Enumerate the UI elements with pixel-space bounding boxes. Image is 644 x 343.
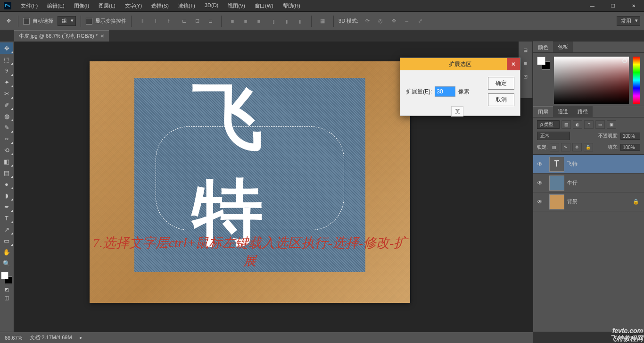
3d-pan-icon[interactable]: ✥ (388, 16, 400, 27)
lock-pos-icon[interactable]: ✥ (572, 143, 582, 151)
close-button[interactable]: ✕ (623, 0, 644, 12)
dodge-tool[interactable]: ◗ (0, 190, 13, 201)
zoom-level[interactable]: 66.67% (5, 335, 22, 341)
panel-fg-color[interactable] (537, 57, 545, 65)
panel-icon-1[interactable]: ⊟ (521, 45, 530, 55)
screen-mode-tool[interactable]: ◫ (0, 293, 13, 302)
hue-slider[interactable] (633, 57, 640, 104)
workspace-preset[interactable]: 常用 (617, 16, 640, 26)
menu-3d[interactable]: 3D(D) (200, 0, 223, 11)
menu-edit[interactable]: 编辑(E) (42, 0, 69, 11)
dist-bottom-icon[interactable]: ≡ (253, 16, 265, 27)
color-cursor[interactable] (622, 59, 627, 63)
layer-name[interactable]: 牛仔 (567, 179, 578, 186)
heal-tool[interactable]: ◍ (0, 110, 13, 122)
auto-select-target[interactable]: 组 (58, 16, 76, 26)
path-select-tool[interactable]: ↗ (0, 224, 13, 235)
align-vcenter-icon[interactable]: ⫲ (149, 16, 162, 27)
menu-layer[interactable]: 图层(L) (94, 0, 120, 11)
menu-type[interactable]: 文字(Y) (120, 0, 147, 11)
align-top-icon[interactable]: ⫴ (136, 16, 149, 27)
align-center-icon[interactable]: ⊡ (191, 16, 203, 27)
hand-tool[interactable]: ✋ (0, 246, 13, 258)
wand-tool[interactable]: ✦ (0, 76, 13, 88)
dialog-title-bar[interactable]: 扩展选区 ✕ (400, 58, 520, 70)
history-brush-tool[interactable]: ⟲ (0, 144, 13, 156)
tab-paths[interactable]: 路径 (573, 106, 593, 117)
align-bottom-icon[interactable]: ⫳ (163, 16, 175, 27)
show-controls-checkbox[interactable] (86, 18, 92, 25)
marquee-tool[interactable]: ⬚ (0, 54, 13, 65)
gradient-tool[interactable]: ▤ (0, 167, 13, 178)
align-right-icon[interactable]: ⊐ (204, 16, 216, 27)
ok-button[interactable]: 确定 (488, 77, 514, 90)
collapsed-panel-dock[interactable]: ⊟ ≡ ⊡ (519, 42, 533, 98)
3d-slide-icon[interactable]: ↔ (401, 16, 413, 27)
tab-color[interactable]: 颜色 (533, 42, 553, 52)
dist-right-icon[interactable]: ⫿ (294, 16, 306, 27)
color-swatches[interactable] (0, 272, 13, 285)
auto-align-icon[interactable]: ▦ (316, 16, 329, 27)
layer-row[interactable]: 👁 T 飞特 (533, 155, 644, 174)
document-tab[interactable]: 牛皮.jpg @ 66.7% (飞特, RGB/8) * ✕ (14, 30, 109, 42)
opacity-value[interactable]: 100% (620, 133, 640, 140)
visibility-toggle[interactable]: 👁 (533, 161, 546, 167)
3d-zoom-icon[interactable]: ⤢ (414, 16, 426, 27)
filter-shape-icon[interactable]: ▭ (595, 120, 605, 129)
dist-hcenter-icon[interactable]: ⫿ (281, 16, 293, 27)
lock-pixel-icon[interactable]: ✎ (561, 143, 570, 151)
text-tool[interactable]: T (0, 212, 13, 224)
panel-icon-2[interactable]: ≡ (521, 59, 530, 68)
zoom-tool[interactable]: 🔍 (0, 258, 13, 269)
eraser-tool[interactable]: ◧ (0, 156, 13, 167)
minimize-button[interactable]: — (582, 0, 603, 12)
fill-value[interactable]: 100% (620, 144, 640, 151)
menu-filter[interactable]: 滤镜(T) (173, 0, 200, 11)
menu-view[interactable]: 视图(V) (223, 0, 250, 11)
blend-mode-select[interactable]: 正常 (537, 132, 570, 140)
visibility-toggle[interactable]: 👁 (533, 199, 546, 205)
panel-color-swatches[interactable] (537, 57, 550, 70)
align-left-icon[interactable]: ⊏ (178, 16, 190, 27)
filter-adjust-icon[interactable]: ◐ (573, 120, 582, 129)
crop-tool[interactable]: ✂ (0, 88, 13, 99)
expand-amount-input[interactable] (435, 86, 455, 97)
menu-window[interactable]: 窗口(W) (250, 0, 278, 11)
3d-roll-icon[interactable]: ◎ (374, 16, 387, 27)
menu-image[interactable]: 图像(I) (69, 0, 94, 11)
visibility-toggle[interactable]: 👁 (533, 180, 546, 186)
color-field[interactable] (554, 57, 629, 104)
tab-layers[interactable]: 图层 (533, 106, 553, 117)
brush-tool[interactable]: ✎ (0, 122, 13, 133)
eyedropper-tool[interactable]: ✐ (0, 99, 13, 110)
clone-tool[interactable]: ⎃ (0, 133, 13, 144)
tab-swatches[interactable]: 色板 (553, 42, 573, 52)
doc-size[interactable]: 文档:2.17M/4.69M (30, 334, 72, 341)
dist-left-icon[interactable]: ⫿ (268, 16, 280, 27)
layer-name[interactable]: 飞特 (567, 160, 578, 167)
restore-button[interactable]: ❐ (603, 0, 623, 12)
foreground-color[interactable] (1, 272, 8, 279)
shape-tool[interactable]: ▭ (0, 235, 13, 246)
filter-pixel-icon[interactable]: ▧ (561, 120, 571, 129)
tab-close-icon[interactable]: ✕ (100, 33, 104, 39)
filter-text-icon[interactable]: T (584, 120, 594, 129)
dist-vcenter-icon[interactable]: ≡ (239, 16, 252, 27)
layer-name[interactable]: 背景 (567, 198, 578, 205)
tab-channels[interactable]: 通道 (553, 106, 573, 117)
status-caret[interactable]: ▸ (80, 335, 83, 341)
layer-thumb-text[interactable]: T (549, 157, 564, 172)
cancel-button[interactable]: 取消 (488, 93, 514, 106)
layer-row[interactable]: 👁 背景 🔒 (533, 192, 644, 211)
menu-help[interactable]: 帮助(H) (278, 0, 305, 11)
menu-file[interactable]: 文件(F) (16, 0, 42, 11)
lasso-tool[interactable]: ୨ (0, 65, 13, 76)
3d-orbit-icon[interactable]: ⟳ (361, 16, 373, 27)
move-tool[interactable]: ✥ (0, 42, 13, 54)
layer-thumb[interactable] (549, 176, 564, 191)
auto-select-checkbox[interactable] (23, 18, 30, 25)
dialog-close-button[interactable]: ✕ (507, 58, 520, 70)
dist-top-icon[interactable]: ≡ (226, 16, 239, 27)
layer-row[interactable]: 👁 牛仔 (533, 174, 644, 192)
pen-tool[interactable]: ✒ (0, 201, 13, 212)
